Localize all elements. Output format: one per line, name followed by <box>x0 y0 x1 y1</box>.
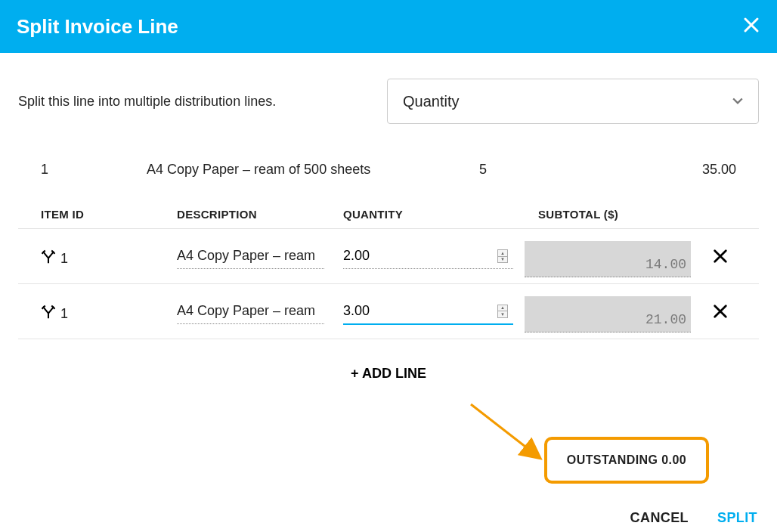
split-icon <box>41 305 56 323</box>
row-item-id: 1 <box>41 305 177 323</box>
split-table-header: ITEM ID DESCRIPTION QUANTITY SUBTOTAL ($… <box>18 185 759 229</box>
row-item-id-value: 1 <box>60 306 68 322</box>
row-subtotal: 21.00 <box>525 296 691 332</box>
orig-quantity: 5 <box>479 162 623 178</box>
split-button[interactable]: SPLIT <box>717 510 757 526</box>
outstanding-label: OUTSTANDING <box>567 453 658 466</box>
row-description: A4 Copy Paper – ream <box>177 248 343 269</box>
row-description-value: A4 Copy Paper – ream <box>177 303 324 324</box>
col-subtotal: SUBTOTAL ($) <box>525 208 736 221</box>
outstanding-badge: OUTSTANDING 0.00 <box>544 437 709 484</box>
row-item-id: 1 <box>41 249 177 268</box>
quantity-stepper[interactable]: ▲▼ <box>497 249 508 263</box>
prompt-text: Split this line into multiple distributi… <box>18 94 276 110</box>
orig-description: A4 Copy Paper – ream of 500 sheets <box>147 162 479 178</box>
row-description: A4 Copy Paper – ream <box>177 303 343 324</box>
row-description-value: A4 Copy Paper – ream <box>177 248 324 269</box>
row-item-id-value: 1 <box>60 251 68 267</box>
col-description: DESCRIPTION <box>177 208 343 221</box>
split-icon <box>41 249 56 268</box>
chevron-down-icon <box>732 93 743 110</box>
orig-amount: 35.00 <box>623 162 736 178</box>
remove-row-button[interactable] <box>691 248 729 269</box>
outstanding-value: 0.00 <box>661 453 686 466</box>
col-itemid: ITEM ID <box>41 208 177 221</box>
remove-row-button[interactable] <box>691 303 729 324</box>
dropdown-value: Quantity <box>403 93 459 110</box>
cancel-button[interactable]: CANCEL <box>630 510 689 526</box>
quantity-input[interactable] <box>343 248 513 269</box>
orig-item-id: 1 <box>41 162 147 178</box>
dialog-title: Split Invoice Line <box>17 15 178 39</box>
dialog-header: Split Invoice Line <box>0 0 777 53</box>
row-subtotal: 14.00 <box>525 241 691 277</box>
annotation-arrow-icon <box>467 401 550 469</box>
split-by-dropdown[interactable]: Quantity <box>387 79 759 124</box>
quantity-stepper[interactable]: ▲▼ <box>497 305 508 318</box>
col-quantity: QUANTITY <box>343 208 525 221</box>
close-icon[interactable] <box>742 16 760 37</box>
split-row: 1 A4 Copy Paper – ream ▲▼ 14.00 <box>18 229 759 284</box>
original-line-row: 1 A4 Copy Paper – ream of 500 sheets 5 3… <box>18 147 759 185</box>
quantity-input[interactable] <box>343 303 513 325</box>
add-line-button[interactable]: + ADD LINE <box>346 365 431 382</box>
split-row: 1 A4 Copy Paper – ream ▲▼ 21.00 <box>18 284 759 339</box>
